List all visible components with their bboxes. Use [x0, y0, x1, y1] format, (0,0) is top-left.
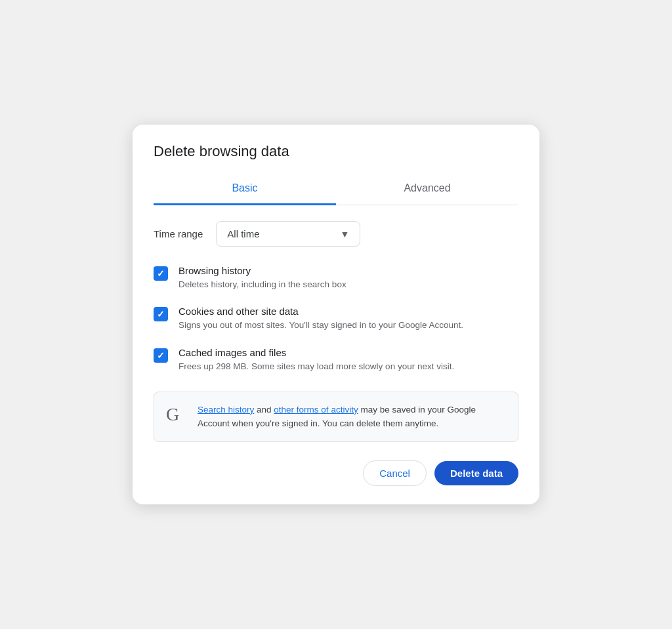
dialog-footer: Cancel Delete data	[154, 460, 518, 486]
time-range-row: Time range All time ▼	[154, 221, 518, 247]
dropdown-arrow-icon: ▼	[340, 229, 349, 239]
info-box-text: Search history and other forms of activi…	[198, 403, 506, 431]
tab-advanced[interactable]: Advanced	[336, 173, 518, 205]
cached-title: Cached images and files	[178, 347, 454, 358]
list-item: ✓ Browsing history Deletes history, incl…	[154, 265, 518, 291]
google-account-info-box: G Search history and other forms of acti…	[154, 392, 518, 442]
delete-browsing-data-dialog: Delete browsing data Basic Advanced Time…	[133, 125, 539, 504]
tab-bar: Basic Advanced	[154, 173, 518, 205]
cookies-title: Cookies and other site data	[178, 306, 463, 317]
search-history-link[interactable]: Search history	[198, 405, 254, 415]
list-item: ✓ Cookies and other site data Signs you …	[154, 306, 518, 332]
cookies-checkbox[interactable]: ✓	[154, 307, 168, 321]
checkmark-icon: ✓	[157, 351, 165, 360]
browsing-history-desc: Deletes history, including in the search…	[178, 278, 346, 291]
browsing-history-title: Browsing history	[178, 265, 346, 276]
dialog-title: Delete browsing data	[154, 143, 518, 160]
checkmark-icon: ✓	[157, 310, 165, 319]
cached-desc: Frees up 298 MB. Some sites may load mor…	[178, 360, 454, 373]
cookies-desc: Signs you out of most sites. You'll stay…	[178, 319, 463, 332]
cached-checkbox[interactable]: ✓	[154, 348, 168, 363]
other-forms-of-activity-link[interactable]: other forms of activity	[274, 405, 358, 415]
tab-basic[interactable]: Basic	[154, 173, 336, 205]
google-g-logo: G	[166, 404, 187, 425]
browsing-history-checkbox[interactable]: ✓	[154, 266, 168, 281]
checkmark-icon: ✓	[157, 269, 165, 278]
delete-data-button[interactable]: Delete data	[434, 461, 518, 485]
checkbox-list: ✓ Browsing history Deletes history, incl…	[154, 265, 518, 373]
info-text-between: and	[257, 405, 274, 415]
time-range-select[interactable]: All time ▼	[216, 221, 360, 247]
list-item: ✓ Cached images and files Frees up 298 M…	[154, 347, 518, 373]
time-range-label: Time range	[154, 228, 203, 239]
cancel-button[interactable]: Cancel	[363, 460, 427, 486]
time-range-value: All time	[227, 228, 259, 239]
